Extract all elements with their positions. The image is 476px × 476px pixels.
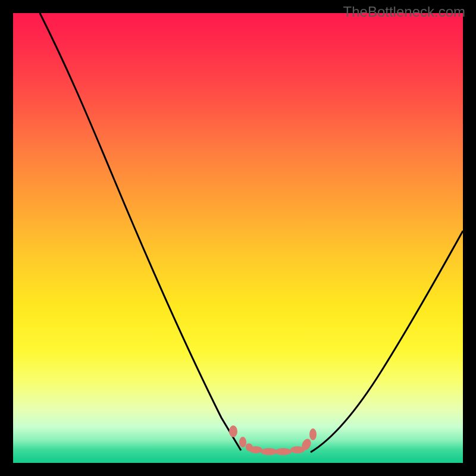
valley-dotted xyxy=(229,425,317,455)
svg-point-8 xyxy=(309,428,317,440)
watermark-text: TheBottleneck.com xyxy=(343,4,465,20)
chart-container: TheBottleneck.com xyxy=(0,0,476,476)
svg-point-1 xyxy=(239,437,246,447)
svg-point-5 xyxy=(275,448,292,455)
curves-layer xyxy=(13,13,463,463)
svg-point-3 xyxy=(249,446,262,453)
plot-area xyxy=(13,13,463,463)
svg-point-4 xyxy=(261,448,277,455)
right-curve xyxy=(311,231,463,452)
svg-point-0 xyxy=(229,425,237,437)
left-curve xyxy=(40,13,241,450)
